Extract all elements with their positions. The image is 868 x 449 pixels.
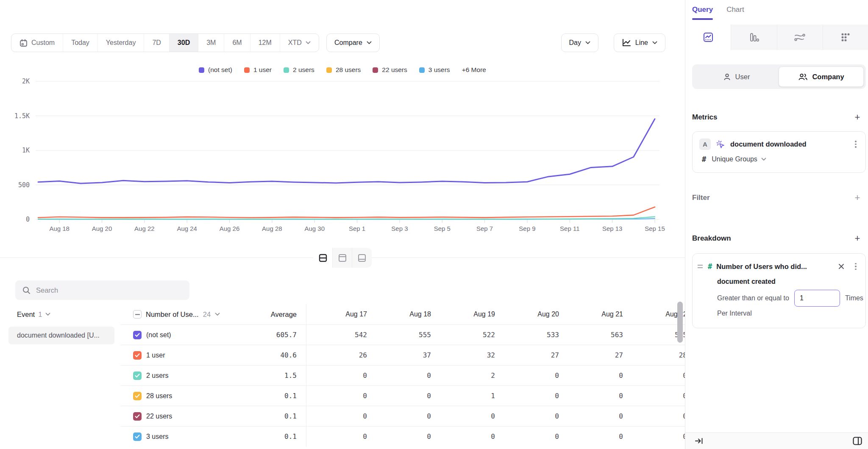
value-cell: 0	[306, 371, 370, 380]
range-label: Yesterday	[106, 39, 136, 47]
line-chart-icon	[622, 39, 631, 47]
row-label: 3 users	[146, 433, 168, 441]
layout-table-only-button[interactable]	[352, 248, 372, 268]
table-vertical-scrollbar[interactable]	[677, 302, 683, 343]
metrics-section-header: Metrics +	[692, 111, 864, 124]
range-3m[interactable]: 3M	[198, 34, 224, 52]
range-12m[interactable]: 12M	[250, 34, 280, 52]
event-name-cell[interactable]: document downloaded [U...	[8, 327, 114, 344]
tab-bar-chart[interactable]	[731, 25, 776, 50]
chevron-down-icon	[761, 158, 766, 161]
date-column-header[interactable]: Aug 21	[562, 310, 626, 318]
company-icon	[798, 73, 808, 81]
date-column-header[interactable]: Aug 19	[434, 310, 498, 318]
breakdown-card[interactable]: # Number of Users who did... document cr…	[692, 253, 866, 328]
compare-button[interactable]: Compare	[326, 33, 380, 52]
y-axis-tick-label: 2K	[22, 78, 30, 85]
breakdown-title[interactable]: Number of Users who did...	[716, 263, 832, 271]
user-icon	[723, 73, 731, 81]
row-label: (not set)	[146, 331, 171, 339]
breakdown-options-kebab-icon[interactable]	[851, 261, 860, 272]
range-label: 3M	[206, 39, 216, 47]
tab-query[interactable]: Query	[692, 6, 713, 20]
row-checkbox[interactable]	[133, 432, 142, 441]
average-column-header: Average	[231, 310, 297, 319]
event-column-count: 1	[38, 310, 42, 319]
row-group-cell: (not set)	[120, 331, 231, 339]
range-xtd[interactable]: XTD	[280, 34, 319, 52]
drag-handle-icon[interactable]	[697, 264, 704, 269]
metric-card[interactable]: A document downloaded # Unique Groups	[692, 131, 866, 173]
event-spark-icon	[716, 140, 725, 149]
entity-company-option[interactable]: Company	[779, 67, 864, 87]
collapse-panel-icon[interactable]	[695, 437, 704, 445]
range-label: 12M	[259, 39, 272, 47]
tab-flow-chart[interactable]	[777, 25, 823, 50]
chevron-down-icon	[45, 313, 50, 316]
row-checkbox[interactable]	[133, 412, 142, 421]
chart-type-dropdown[interactable]: Line	[614, 33, 665, 52]
x-axis-tick-label: Sep 3	[391, 225, 408, 232]
row-date-values: 263732272728	[306, 345, 690, 366]
toggle-right-panel-icon[interactable]	[852, 436, 862, 446]
metric-event-name[interactable]: document downloaded	[730, 140, 846, 148]
chart-type-tabs	[685, 25, 868, 50]
tab-retention-chart[interactable]	[823, 25, 868, 50]
x-axis-tick-label: Aug 28	[262, 225, 282, 232]
tab-chart[interactable]: Chart	[726, 6, 744, 20]
interval-label: Day	[569, 39, 581, 47]
range-yesterday[interactable]: Yesterday	[98, 34, 145, 52]
value-cell: 0	[498, 412, 562, 420]
row-checkbox[interactable]	[133, 371, 142, 380]
bar-chart-tab-icon	[748, 32, 760, 43]
flow-tab-icon	[794, 32, 806, 43]
table-row: 2 users1.5002000	[120, 365, 695, 385]
times-value-input[interactable]	[794, 290, 840, 307]
value-cell: 37	[370, 351, 434, 359]
value-cell: 0	[306, 432, 370, 441]
row-checkbox[interactable]	[133, 392, 142, 400]
x-axis-tick-label: Sep 7	[476, 225, 493, 232]
per-interval-label[interactable]: Per Interval	[693, 307, 865, 317]
range-7d[interactable]: 7D	[144, 34, 169, 52]
row-group-cell: 1 user	[120, 351, 231, 360]
remove-breakdown-button[interactable]	[836, 261, 847, 272]
breakdown-card-row: # Number of Users who did...	[693, 254, 865, 272]
date-column-header[interactable]: Aug 20	[498, 310, 562, 318]
entity-user-option[interactable]: User	[694, 67, 779, 87]
event-column-header[interactable]: Event 1	[0, 310, 120, 319]
check-icon	[135, 435, 140, 439]
date-column-header[interactable]: Aug 17	[306, 310, 370, 318]
check-icon	[135, 374, 140, 378]
x-axis-tick-label: Sep 11	[560, 225, 579, 232]
select-all-checkbox[interactable]	[133, 310, 142, 319]
group-column-header[interactable]: Number of Use... 24	[120, 310, 231, 319]
metric-options-kebab-icon[interactable]	[851, 139, 860, 150]
check-icon	[135, 414, 140, 419]
search-input[interactable]	[36, 286, 182, 294]
range-30d[interactable]: 30D	[170, 34, 198, 52]
measure-dropdown[interactable]: Unique Groups	[712, 155, 766, 163]
condition-unit-label: Times	[845, 294, 863, 302]
layout-chart-only-button[interactable]	[333, 248, 352, 268]
add-breakdown-button[interactable]: +	[851, 232, 864, 245]
y-axis-tick-label: 0	[26, 216, 30, 223]
add-filter-button[interactable]: +	[851, 191, 864, 204]
range-label: 7D	[152, 39, 161, 47]
sidebar-footer	[685, 432, 868, 449]
range-custom[interactable]: Custom	[11, 34, 63, 52]
layout-split-view-button[interactable]	[313, 248, 333, 268]
interval-dropdown[interactable]: Day	[561, 33, 598, 52]
tab-segmentation-chart[interactable]	[685, 25, 731, 50]
row-checkbox[interactable]	[133, 351, 142, 360]
range-6m[interactable]: 6M	[224, 34, 250, 52]
date-column-header[interactable]: Aug 18	[370, 310, 434, 318]
breakdown-event-name[interactable]: document created	[693, 272, 865, 285]
chevron-down-icon	[215, 313, 220, 316]
range-today[interactable]: Today	[63, 34, 98, 52]
row-checkbox[interactable]	[133, 331, 142, 339]
row-average: 0.1	[231, 432, 297, 441]
analytics-app: CustomTodayYesterday7D30D3M6M12MXTD Comp…	[0, 0, 868, 449]
row-average: 0.1	[231, 412, 297, 420]
add-metric-button[interactable]: +	[851, 111, 864, 124]
